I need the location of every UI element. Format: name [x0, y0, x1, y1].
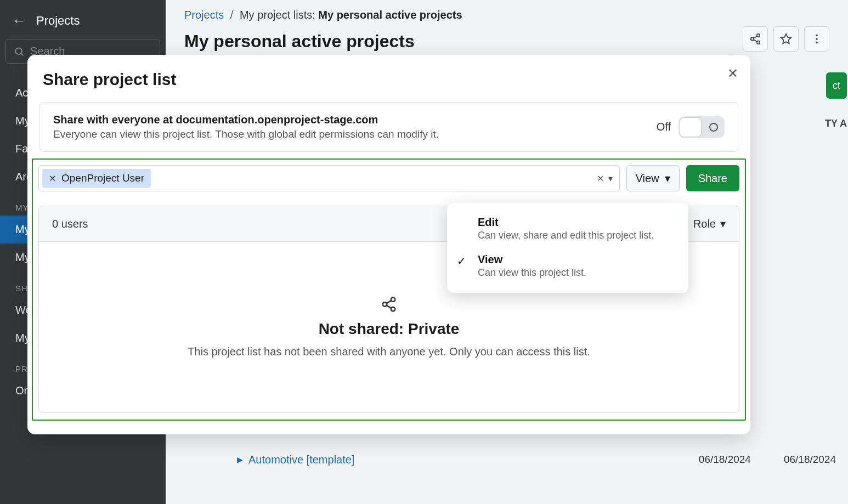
svg-point-4: [757, 41, 760, 44]
share-button[interactable]: Share: [686, 165, 739, 191]
toggle-knob: [680, 117, 702, 137]
breadcrumb-sep: /: [227, 9, 237, 21]
page-actions: [743, 26, 829, 52]
role-option-desc: Can view, share and edit this project li…: [478, 230, 675, 241]
add-project-button-partial[interactable]: ct: [826, 72, 847, 99]
share-everyone-toggle[interactable]: [679, 116, 725, 138]
table-column-header-partial: TY A: [825, 118, 847, 129]
svg-marker-7: [781, 33, 791, 43]
row-dates: 06/18/2024 06/18/2024: [699, 454, 847, 466]
role-option-title: Edit: [478, 216, 675, 229]
role-column-header[interactable]: Role ▾: [693, 217, 726, 230]
invite-row: ✕ OpenProject User ✕ ▾ View ▾ Share: [38, 165, 739, 191]
table-row[interactable]: ▶ Automotive [template] 06/18/2024 06/18…: [237, 445, 847, 474]
svg-point-8: [816, 34, 818, 36]
share-everyone-title: Share with everyone at documentation.ope…: [53, 114, 439, 126]
breadcrumb-mid: My project lists:: [240, 9, 315, 21]
not-shared-text: This project list has not been shared wi…: [188, 346, 590, 358]
check-icon: ✓: [457, 254, 466, 268]
clear-all-icon[interactable]: ✕: [597, 173, 604, 184]
role-option-edit[interactable]: Edit Can view, share and edit this proje…: [447, 211, 688, 248]
svg-point-3: [751, 37, 754, 41]
share-everyone-desc: Everyone can view this project list. Tho…: [53, 128, 439, 140]
svg-line-14: [387, 305, 392, 308]
svg-line-1: [21, 53, 24, 55]
star-icon-button[interactable]: [773, 26, 799, 52]
page-head: My personal active projects: [166, 21, 848, 52]
svg-point-13: [391, 307, 395, 312]
role-dropdown-button[interactable]: View ▾: [626, 165, 680, 191]
chevron-down-icon[interactable]: ▾: [608, 173, 613, 184]
role-dropdown-menu: Edit Can view, share and edit this proje…: [447, 203, 688, 293]
breadcrumb-projects-link[interactable]: Projects: [184, 9, 224, 21]
breadcrumb-leaf: My personal active projects: [318, 9, 462, 21]
role-option-view[interactable]: ✓ View Can view this project list.: [447, 248, 688, 285]
back-arrow-icon[interactable]: ←: [12, 12, 26, 29]
chevron-down-icon: ▾: [720, 217, 726, 230]
role-option-desc: Can view this project list.: [478, 267, 675, 279]
kebab-menu-button[interactable]: [804, 26, 829, 52]
chip-label: OpenProject User: [61, 172, 144, 184]
select-controls: ✕ ▾: [597, 173, 616, 184]
share-icon-button[interactable]: [743, 26, 768, 52]
share-icon: [381, 296, 397, 313]
row-date-2: 06/18/2024: [784, 454, 836, 466]
project-name-link[interactable]: Automotive [template]: [248, 454, 354, 466]
role-column-label: Role: [693, 218, 716, 230]
row-date-1: 06/18/2024: [699, 454, 751, 466]
users-count: 0 users: [52, 218, 88, 230]
share-everyone-panel: Share with everyone at documentation.ope…: [39, 102, 738, 152]
user-select-input[interactable]: ✕ OpenProject User ✕ ▾: [38, 165, 620, 191]
svg-point-10: [816, 41, 818, 43]
user-chip: ✕ OpenProject User: [42, 169, 151, 188]
sidebar-title: Projects: [36, 14, 80, 28]
svg-point-2: [757, 33, 760, 37]
toggle-ring-icon: [709, 123, 718, 132]
share-everyone-toggle-wrap: Off: [657, 116, 725, 138]
svg-line-6: [754, 36, 757, 38]
search-icon: [14, 46, 25, 57]
svg-point-0: [15, 48, 22, 54]
not-shared-title: Not shared: Private: [319, 320, 460, 338]
svg-point-11: [391, 298, 395, 302]
toggle-state-label: Off: [657, 121, 671, 133]
sidebar-header: ← Projects: [0, 0, 166, 39]
chip-remove-icon[interactable]: ✕: [49, 173, 56, 184]
svg-line-15: [387, 301, 392, 303]
share-everyone-text: Share with everyone at documentation.ope…: [53, 114, 439, 140]
svg-point-9: [816, 38, 818, 40]
modal-title: Share project list: [27, 55, 750, 99]
page-title: My personal active projects: [184, 31, 415, 52]
close-icon[interactable]: ✕: [727, 66, 738, 81]
expand-icon[interactable]: ▶: [237, 455, 243, 464]
svg-line-5: [754, 39, 757, 42]
chevron-down-icon: ▾: [665, 172, 670, 185]
svg-point-12: [383, 302, 387, 307]
role-dropdown-label: View: [636, 172, 659, 185]
breadcrumb: Projects / My project lists: My personal…: [166, 0, 848, 21]
role-option-title: View: [478, 253, 675, 266]
